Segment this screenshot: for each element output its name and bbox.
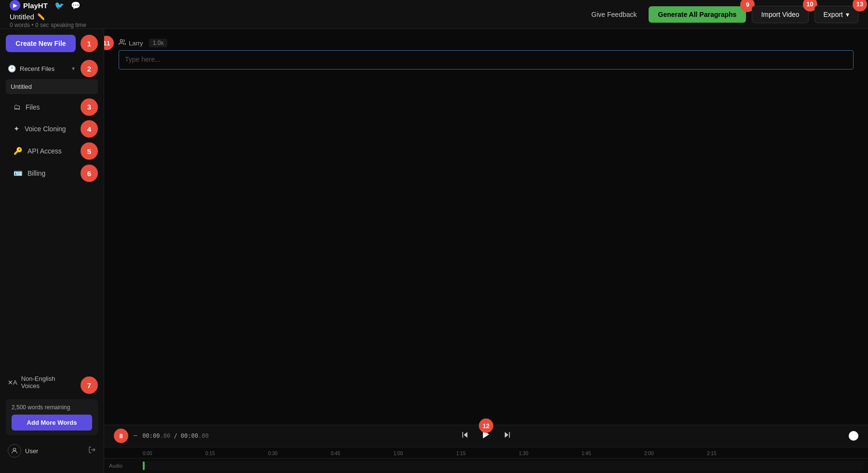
recent-files-section: 🕐 Recent Files ▾ 2 Untitled [0, 60, 104, 96]
timeline-track-row: Audio [104, 459, 868, 473]
files-nav-row: 🗂 Files 3 [0, 96, 104, 118]
topbar-left: ▶ PlayHT 🐦 💬 Untitled ✏️ 0 words • 0 sec… [10, 0, 86, 28]
voice-cloning-label: Voice Cloning [25, 125, 66, 133]
recent-files-icon: 🕐 [8, 65, 16, 72]
player-center: 12 [459, 427, 514, 445]
paragraph-block: Larry 1.0x [119, 39, 854, 71]
user-label: User [25, 447, 38, 455]
anno-1: 1 [81, 35, 98, 52]
create-new-file-section: Create New File 1 [0, 35, 104, 60]
logout-icon[interactable] [88, 446, 96, 456]
files-nav[interactable]: 🗂 Files [6, 98, 77, 116]
anno-13: 13 [853, 0, 867, 12]
anno-7: 7 [81, 376, 98, 394]
timeline-label: 0:30 [268, 451, 331, 456]
skip-forward-button[interactable] [501, 429, 514, 444]
non-english-icon: ✕A [8, 379, 17, 386]
file-title: Untitled [10, 13, 34, 21]
player-left: 8 − 00:00.00 / 00:00.00 [114, 429, 210, 443]
logo-icon: ▶ [10, 0, 20, 11]
api-access-nav[interactable]: 🔑 API Access [6, 142, 77, 160]
discord-icon[interactable]: 💬 [71, 1, 81, 10]
api-access-nav-row: 🔑 API Access 5 [0, 140, 104, 162]
timeline-label: 1:45 [582, 451, 644, 456]
billing-icon: 🪪 [14, 169, 23, 178]
twitter-icon[interactable]: 🐦 [54, 1, 64, 10]
create-new-file[interactable]: Create New File [6, 35, 76, 52]
timeline-track-content [143, 461, 863, 470]
svg-rect-6 [509, 432, 510, 438]
voice-selector[interactable]: Larry [119, 39, 143, 47]
total-time: 00:00 [181, 432, 198, 439]
user-info: User [8, 444, 38, 458]
text-editor-input[interactable] [119, 50, 854, 70]
voice-speed[interactable]: 1.0x [149, 39, 168, 47]
feedback-button[interactable]: Give Feedback [585, 7, 642, 22]
timeline-label: 0:15 [205, 451, 268, 456]
player-time: 00:00.00 / 00:00.00 [142, 432, 210, 439]
words-remaining-text: 2,500 words remaining [12, 404, 92, 411]
content: 11 Larry [104, 29, 868, 473]
anno-4: 4 [81, 120, 98, 138]
svg-marker-2 [464, 432, 468, 438]
player-controls-row: 8 − 00:00.00 / 00:00.00 12 [104, 425, 868, 447]
player-right [849, 431, 858, 441]
timeline-label: 0:00 [143, 451, 205, 456]
timeline-label: 1:15 [456, 451, 519, 456]
voice-name: Larry [129, 40, 143, 47]
timeline-label: 0:45 [331, 451, 393, 456]
anno-6: 6 [81, 165, 98, 182]
svg-point-1 [120, 40, 122, 42]
current-time: 00:00 [142, 432, 160, 439]
time-separator: / [174, 432, 180, 439]
avatar [8, 444, 21, 458]
main-layout: Create New File 1 🕐 Recent Files ▾ 2 Unt… [0, 29, 868, 473]
voice-cloning-icon: ✦ [14, 125, 20, 133]
billing-nav-row: 🪪 Billing 6 [0, 162, 104, 184]
anno-3: 3 [81, 98, 98, 116]
export-label: Export [824, 11, 843, 18]
anno-11: 11 [104, 36, 114, 50]
non-english-voices[interactable]: ✕A Non-English Voices [6, 371, 77, 393]
skip-back-button[interactable] [459, 429, 471, 444]
voice-icon [119, 39, 126, 47]
svg-point-0 [13, 448, 15, 451]
player-minus-icon[interactable]: − [133, 431, 137, 440]
timeline-area: 0:000:150:300:451:001:151:301:452:002:15… [104, 447, 868, 473]
current-ms: .00 [160, 432, 170, 439]
timeline-label: 1:00 [393, 451, 456, 456]
non-english-label: Non-English Voices [21, 375, 75, 390]
files-label: Files [26, 103, 40, 111]
logo-text: PlayHT [23, 1, 48, 10]
svg-rect-3 [462, 432, 463, 438]
volume-control[interactable] [849, 431, 858, 441]
edit-title-icon[interactable]: ✏️ [37, 13, 45, 20]
topbar-right: Give Feedback Generate All Paragraphs 9 … [585, 6, 858, 23]
sidebar: Create New File 1 🕐 Recent Files ▾ 2 Unt… [0, 29, 104, 473]
billing-nav[interactable]: 🪪 Billing [6, 164, 77, 182]
paragraph-header: Larry 1.0x [119, 39, 854, 47]
timeline-label: 2:15 [707, 451, 770, 456]
recent-files-header[interactable]: 🕐 Recent Files ▾ [6, 61, 77, 76]
recent-file-item-untitled[interactable]: Untitled [6, 79, 98, 94]
title-row: Untitled ✏️ [10, 13, 86, 21]
generate-button[interactable]: Generate All Paragraphs [649, 6, 746, 23]
export-button[interactable]: Export ▾ [814, 6, 858, 23]
anno-2: 2 [81, 60, 98, 77]
export-chevron: ▾ [846, 11, 849, 18]
files-icon: 🗂 [14, 103, 21, 111]
paragraph-block-wrapper: 11 Larry [119, 39, 854, 81]
timeline-ruler: 0:000:150:300:451:001:151:301:452:002:15 [104, 447, 868, 459]
voice-cloning-nav[interactable]: ✦ Voice Cloning [6, 120, 77, 138]
recent-files-label: Recent Files [20, 65, 54, 72]
import-video-button[interactable]: Import Video [752, 6, 808, 23]
add-more-words-button[interactable]: Add More Words [12, 415, 92, 431]
timeline-label: 2:00 [644, 451, 707, 456]
sidebar-spacer [0, 184, 104, 365]
file-subtitle: 0 words • 0 sec speaking time [10, 22, 86, 28]
timeline-track-label: Audio [109, 463, 143, 469]
user-row: User [6, 440, 98, 461]
billing-label: Billing [27, 169, 45, 177]
timeline-playhead [143, 461, 145, 470]
api-access-icon: 🔑 [14, 147, 23, 155]
